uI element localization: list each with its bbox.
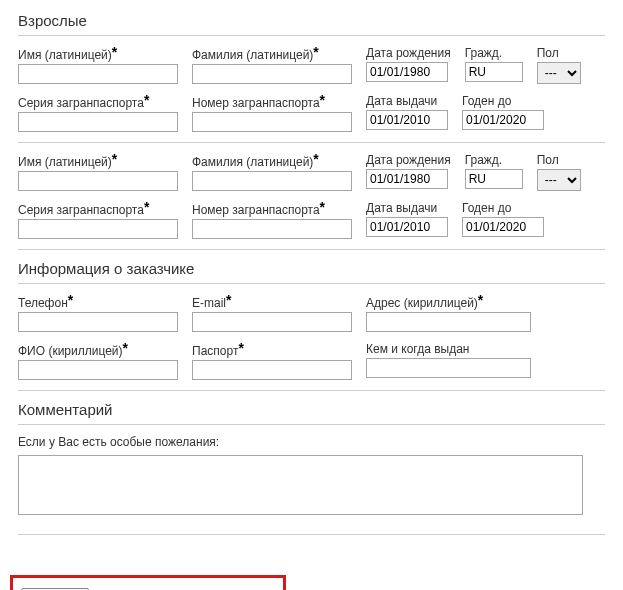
fio-label: ФИО (кириллицей)* (18, 342, 178, 358)
address-input[interactable] (366, 312, 531, 332)
gender-select[interactable]: --- (537, 169, 581, 191)
divider (18, 249, 605, 250)
customer-row-2: ФИО (кириллицей)* Паспорт* Кем и когда в… (18, 342, 605, 380)
adult-row-2-top: Имя (латиницей)* Фамилия (латиницей)* Да… (18, 153, 605, 191)
valid-until-input[interactable] (462, 110, 544, 130)
passport-series-input[interactable] (18, 219, 178, 239)
divider (18, 424, 605, 425)
first-name-label: Имя (латиницей)* (18, 46, 178, 62)
passport-number-label: Номер загранпаспорта* (192, 94, 352, 110)
email-input[interactable] (192, 312, 352, 332)
nationality-input[interactable] (465, 169, 523, 189)
customer-section-title: Информация о заказчике (18, 260, 605, 277)
issue-date-input[interactable] (366, 110, 448, 130)
last-name-input[interactable] (192, 64, 352, 84)
passport-series-label: Серия загранпаспорта* (18, 201, 178, 217)
nationality-label: Гражд. (465, 153, 523, 167)
issue-date-label: Дата выдачи (366, 201, 448, 215)
passport-series-label: Серия загранпаспорта* (18, 94, 178, 110)
passport-number-label: Номер загранпаспорта* (192, 201, 352, 217)
first-name-label: Имя (латиницей)* (18, 153, 178, 169)
last-name-label: Фамилия (латиницей)* (192, 46, 352, 62)
comment-section-title: Комментарий (18, 401, 605, 418)
phone-label: Телефон* (18, 294, 178, 310)
passport-number-input[interactable] (192, 219, 352, 239)
passport-input[interactable] (192, 360, 352, 380)
gender-label: Пол (537, 46, 581, 60)
issued-by-input[interactable] (366, 358, 531, 378)
gender-label: Пол (537, 153, 581, 167)
divider (18, 35, 605, 36)
first-name-input[interactable] (18, 171, 178, 191)
gender-select[interactable]: --- (537, 62, 581, 84)
phone-input[interactable] (18, 312, 178, 332)
divider (18, 390, 605, 391)
adult-row-2-bottom: Серия загранпаспорта* Номер загранпаспор… (18, 201, 605, 239)
valid-until-label: Годен до (462, 94, 544, 108)
comment-hint: Если у Вас есть особые пожелания: (18, 435, 605, 449)
fio-input[interactable] (18, 360, 178, 380)
adult-row-1-top: Имя (латиницей)* Фамилия (латиницей)* Да… (18, 46, 605, 84)
divider (18, 283, 605, 284)
divider (18, 534, 605, 535)
first-name-input[interactable] (18, 64, 178, 84)
comment-textarea[interactable] (18, 455, 583, 515)
passport-label: Паспорт* (192, 342, 352, 358)
dob-label: Дата рождения (366, 153, 451, 167)
divider (18, 142, 605, 143)
last-name-label: Фамилия (латиницей)* (192, 153, 352, 169)
issued-by-label: Кем и когда выдан (366, 342, 531, 356)
customer-row-1: Телефон* E-mail* Адрес (кириллицей)* (18, 294, 605, 332)
adults-section-title: Взрослые (18, 12, 605, 29)
valid-until-label: Годен до (462, 201, 544, 215)
passport-number-input[interactable] (192, 112, 352, 132)
issue-date-input[interactable] (366, 217, 448, 237)
nationality-input[interactable] (465, 62, 523, 82)
dob-label: Дата рождения (366, 46, 451, 60)
last-name-input[interactable] (192, 171, 352, 191)
order-highlight-box: Заказать я согласен с условиями оферты (10, 575, 286, 590)
dob-input[interactable] (366, 169, 448, 189)
dob-input[interactable] (366, 62, 448, 82)
address-label: Адрес (кириллицей)* (366, 294, 531, 310)
agree-text: я согласен с условиями (123, 586, 231, 590)
nationality-label: Гражд. (465, 46, 523, 60)
passport-series-input[interactable] (18, 112, 178, 132)
email-label: E-mail* (192, 294, 352, 310)
adult-row-1-bottom: Серия загранпаспорта* Номер загранпаспор… (18, 94, 605, 132)
issue-date-label: Дата выдачи (366, 94, 448, 108)
valid-until-input[interactable] (462, 217, 544, 237)
